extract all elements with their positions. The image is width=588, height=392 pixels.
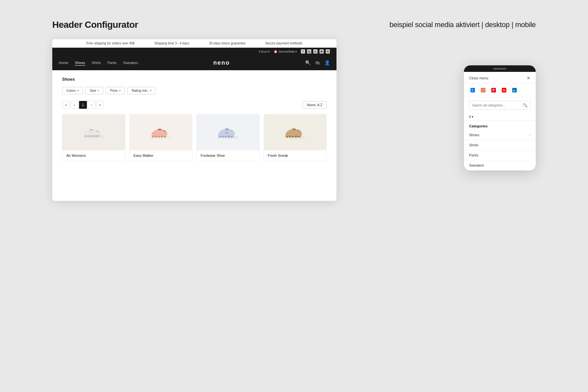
filter-size[interactable]: Size ▾ <box>86 87 103 94</box>
product-card-easy-walker[interactable]: Easy Walker <box>129 114 193 161</box>
mobile-menu-panel: Close menu ✕ f P in 🔍 <box>464 72 536 171</box>
svg-point-11 <box>164 136 166 138</box>
content-area: Shoes Colors ▾ Size ▾ Price ▾ Rating min… <box>52 70 336 201</box>
svg-rect-27 <box>481 88 485 92</box>
mobile-search-input[interactable] <box>469 102 520 109</box>
linkedin-icon[interactable]: in <box>326 49 330 54</box>
mobile-category-pants[interactable]: Pants <box>464 150 536 160</box>
filter-rating[interactable]: Rating min. ▾ <box>127 87 155 94</box>
mobile-category-sweaters[interactable]: Sweaters <box>464 160 536 171</box>
mobile-currency[interactable]: € ▾ <box>464 113 536 121</box>
svg-point-16 <box>228 136 229 138</box>
svg-point-1 <box>85 135 86 137</box>
mobile-category-shirts[interactable]: Shirts <box>464 140 536 150</box>
product-name-footwear-shoe: Footwear Shoe <box>201 154 255 157</box>
product-card-air-womens[interactable]: Air Womens <box>62 114 125 161</box>
chevron-down-icon: ▾ <box>150 89 151 92</box>
page-title: Header Configurator <box>52 20 138 30</box>
currency-selector[interactable]: € Euro ▾ <box>259 50 270 53</box>
pagination: « ‹ 1 › » <box>62 101 104 109</box>
svg-point-9 <box>158 136 160 138</box>
svg-point-24 <box>298 136 300 138</box>
nav-home[interactable]: Home <box>59 60 68 65</box>
page-last[interactable]: » <box>96 101 104 109</box>
search-icon[interactable]: 🔍 <box>305 60 311 65</box>
product-info-fresh-sneak: Fresh Sneak <box>264 150 327 161</box>
page-first[interactable]: « <box>62 101 70 109</box>
page-breadcrumb: Shoes <box>62 77 327 82</box>
page-header: Header Configurator beispiel social medi… <box>52 20 536 30</box>
product-image-easy-walker <box>130 114 192 150</box>
pagination-row: « ‹ 1 › » Name, A-Z <box>62 101 327 109</box>
product-image-fresh-sneak <box>264 114 327 150</box>
sort-button[interactable]: Name, A-Z <box>302 101 327 109</box>
close-icon[interactable]: ✕ <box>527 76 531 80</box>
product-card-footwear-shoe[interactable]: N Footwear Shoe <box>196 114 260 161</box>
mobile-linkedin-icon[interactable]: in <box>511 87 518 94</box>
mobile-social-bar: f P in <box>464 83 536 97</box>
instagram-icon[interactable]: ig <box>307 49 311 54</box>
svg-point-4 <box>93 135 95 137</box>
nav-links: Home Shoes Shirts Pants Sweaters <box>59 60 138 66</box>
product-name-easy-walker: Easy Walker <box>134 154 188 157</box>
filter-colors[interactable]: Colors ▾ <box>62 87 83 94</box>
page-1[interactable]: 1 <box>79 101 87 109</box>
product-image-footwear-shoe: N <box>197 114 259 150</box>
mobile-notch-pill <box>493 68 506 70</box>
nav-shoes[interactable]: Shoes <box>75 60 85 66</box>
pinterest-icon[interactable]: p <box>313 49 318 54</box>
facebook-icon[interactable]: f <box>301 49 305 54</box>
product-info-air-womens: Air Womens <box>62 150 125 161</box>
mobile-categories-label: Categories <box>464 121 536 130</box>
product-card-fresh-sneak[interactable]: Fresh Sneak <box>264 114 327 161</box>
svg-point-21 <box>289 136 291 138</box>
announcement-2: Shipping time 3 - 4 days <box>154 41 189 45</box>
chevron-down-icon: ▾ <box>98 89 99 92</box>
mobile-search-bar: 🔍 <box>469 101 531 110</box>
mobile-menu-header: Close menu ✕ <box>464 72 536 83</box>
youtube-icon[interactable]: ▶ <box>319 49 324 54</box>
mobile-youtube-icon[interactable] <box>500 87 508 94</box>
mobile-instagram-icon[interactable] <box>480 87 487 94</box>
mobile-facebook-icon[interactable]: f <box>469 87 476 94</box>
main-nav: Home Shoes Shirts Pants Sweaters neno 🔍 … <box>52 55 336 70</box>
desktop-mockup: Free shipping for orders over 49€ Shippi… <box>52 39 336 201</box>
mobile-search-button[interactable]: 🔍 <box>520 101 530 109</box>
nav-sweaters[interactable]: Sweaters <box>123 60 138 65</box>
product-name-fresh-sneak: Fresh Sneak <box>268 154 323 157</box>
svg-point-29 <box>484 89 484 90</box>
svg-point-17 <box>231 136 232 138</box>
nav-actions: 🔍 🛍 👤 <box>305 60 330 65</box>
svg-point-22 <box>292 136 294 138</box>
mobile-category-shoes[interactable]: Shoes › <box>464 130 536 140</box>
svg-point-15 <box>225 136 226 138</box>
svg-point-5 <box>96 135 98 137</box>
product-image-air-womens <box>62 114 125 150</box>
svg-point-23 <box>295 136 297 138</box>
svg-point-13 <box>219 136 220 138</box>
service-help[interactable]: ⏰ Service/help ▾ <box>274 50 297 53</box>
page-next[interactable]: › <box>88 101 95 109</box>
mobile-notch <box>464 65 536 72</box>
svg-point-14 <box>222 136 223 138</box>
svg-point-10 <box>161 136 163 138</box>
mobile-pinterest-icon[interactable]: P <box>490 87 497 94</box>
utility-bar: € Euro ▾ ⏰ Service/help ▾ f ig p ▶ in <box>52 48 336 55</box>
store-logo[interactable]: neno <box>138 59 305 66</box>
svg-point-3 <box>90 135 92 137</box>
page-subtitle: beispiel social media aktiviert | deskto… <box>389 21 536 29</box>
social-icons-bar: f ig p ▶ in <box>301 49 330 54</box>
product-info-footwear-shoe: Footwear Shoe <box>197 150 259 161</box>
nav-shirts[interactable]: Shirts <box>92 60 101 65</box>
filter-price[interactable]: Price ▾ <box>106 87 125 94</box>
svg-point-20 <box>286 136 288 138</box>
product-grid: Air Womens <box>62 114 327 161</box>
mobile-mockup: Close menu ✕ f P in 🔍 <box>464 65 536 171</box>
product-name-air-womens: Air Womens <box>66 154 121 157</box>
svg-text:N: N <box>226 131 228 135</box>
nav-pants[interactable]: Pants <box>107 60 117 65</box>
account-icon[interactable]: 👤 <box>324 60 330 65</box>
cart-icon[interactable]: 🛍 <box>315 60 320 65</box>
page-prev[interactable]: ‹ <box>71 101 78 109</box>
chevron-down-icon: ▾ <box>77 89 79 92</box>
